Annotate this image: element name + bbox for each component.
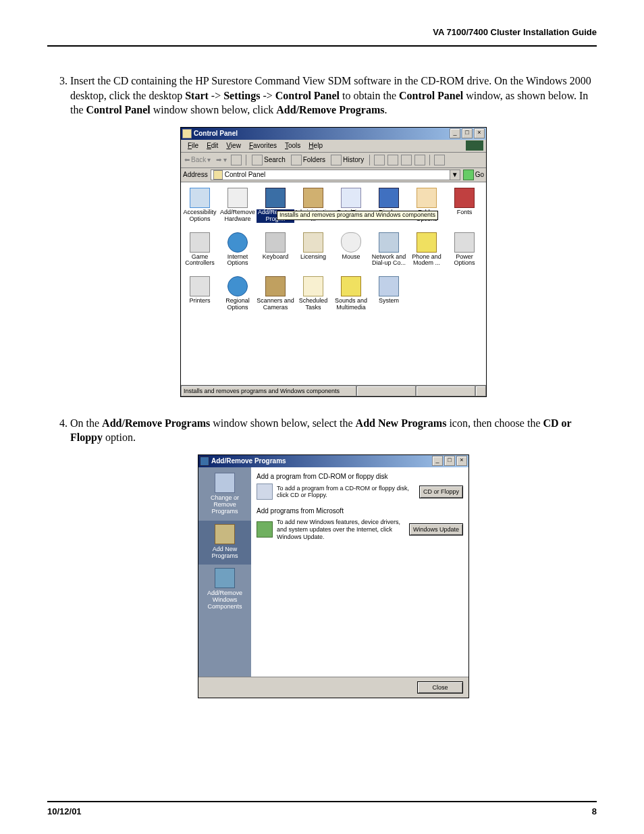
close-button-arp[interactable]: Close bbox=[417, 681, 463, 694]
back-button[interactable]: ⬅ Back ▾ bbox=[183, 155, 212, 165]
cd-floppy-icon bbox=[257, 484, 273, 500]
search-icon bbox=[252, 155, 263, 165]
window-title: Control Panel bbox=[194, 129, 238, 138]
titlebar[interactable]: Control Panel _ □ × bbox=[181, 128, 486, 140]
step-4: On the Add/Remove Programs window shown … bbox=[70, 416, 597, 698]
address-input[interactable]: Control Panel ▼ bbox=[211, 170, 460, 180]
windows-logo-icon bbox=[466, 140, 483, 151]
item-scheduled[interactable]: Scheduled Tasks bbox=[294, 276, 332, 311]
page-footer: 10/12/01 8 bbox=[47, 801, 597, 816]
side-add-new[interactable]: Add New Programs bbox=[198, 521, 251, 565]
maximize-button[interactable]: □ bbox=[462, 128, 473, 138]
menubar-row: File Edit View Favorites Tools Help bbox=[181, 140, 486, 153]
section-cd-text: To add a program from a CD-ROM or floppy… bbox=[277, 485, 415, 500]
item-fonts[interactable]: Fonts bbox=[446, 188, 483, 223]
item-regional[interactable]: Regional Options bbox=[219, 276, 257, 311]
windows-update-button[interactable]: Windows Update bbox=[409, 523, 463, 536]
side-change-remove[interactable]: Change or Remove Programs bbox=[198, 469, 251, 521]
arp-maximize-button[interactable]: □ bbox=[444, 456, 455, 466]
cp-items-area: Accessibility Options Add/Remove Hardwar… bbox=[181, 182, 486, 385]
item-add-remove-hardware[interactable]: Add/Remove Hardware bbox=[219, 188, 257, 223]
folders-button[interactable]: Folders bbox=[290, 155, 327, 165]
doc-header-title: VA 7100/7400 Cluster Installation Guide bbox=[47, 27, 597, 41]
go-button[interactable]: Go bbox=[463, 170, 484, 180]
menu-favorites[interactable]: Favorites bbox=[245, 140, 281, 151]
toolbar: ⬅ Back ▾ ➡ ▾ Search Folders History bbox=[181, 153, 486, 168]
item-add-remove-programs[interactable]: Add/Remove Progr... Installs and removes… bbox=[257, 188, 294, 223]
copyto-icon[interactable] bbox=[387, 155, 398, 165]
section-ms-title: Add programs from Microsoft bbox=[257, 506, 463, 516]
close-button[interactable]: × bbox=[474, 128, 485, 138]
item-keyboard[interactable]: Keyboard bbox=[257, 232, 294, 267]
address-label: Address bbox=[183, 170, 208, 180]
arp-titlebar[interactable]: Add/Remove Programs _ □ × bbox=[198, 455, 468, 467]
address-dropdown-icon[interactable]: ▼ bbox=[450, 170, 460, 180]
arp-title-icon bbox=[200, 457, 209, 466]
tooltip: Installs and removes programs and Window… bbox=[277, 211, 438, 220]
search-button[interactable]: Search bbox=[250, 155, 287, 165]
arp-footer: Close bbox=[198, 677, 468, 698]
item-sounds[interactable]: Sounds and Multimedia bbox=[332, 276, 370, 311]
delete-icon[interactable] bbox=[401, 155, 412, 165]
go-arrow-icon bbox=[463, 170, 474, 180]
item-scanners[interactable]: Scanners and Cameras bbox=[257, 276, 294, 311]
history-button[interactable]: History bbox=[329, 155, 365, 165]
item-mouse[interactable]: Mouse bbox=[332, 232, 370, 267]
item-phone[interactable]: Phone and Modem ... bbox=[408, 232, 446, 267]
arp-main-panel: Add a program from CD-ROM or floppy disk… bbox=[251, 467, 468, 677]
history-icon bbox=[331, 155, 342, 165]
resize-grip-icon[interactable] bbox=[475, 386, 486, 396]
arp-minimize-button[interactable]: _ bbox=[432, 456, 443, 466]
section-ms-text: To add new Windows features, device driv… bbox=[277, 519, 405, 540]
item-printers[interactable]: Printers bbox=[181, 276, 219, 311]
menu-tools[interactable]: Tools bbox=[281, 140, 304, 151]
add-remove-programs-window: Add/Remove Programs _ □ × Change or Remo… bbox=[198, 454, 469, 698]
control-panel-icon bbox=[182, 129, 192, 138]
minimize-button[interactable]: _ bbox=[450, 128, 460, 138]
status-text: Installs and removes programs and Window… bbox=[181, 386, 356, 396]
section-cd-title: Add a program from CD-ROM or floppy disk bbox=[257, 472, 463, 481]
menu-edit[interactable]: Edit bbox=[203, 140, 222, 151]
header-rule bbox=[47, 45, 597, 47]
item-power[interactable]: Power Options bbox=[446, 232, 483, 267]
address-icon bbox=[213, 170, 223, 180]
moveto-icon[interactable] bbox=[374, 155, 385, 165]
item-licensing[interactable]: Licensing bbox=[294, 232, 332, 267]
arp-sidebar: Change or Remove Programs Add New Progra… bbox=[198, 467, 251, 677]
item-network[interactable]: Network and Dial-up Co... bbox=[370, 232, 408, 267]
side-windows-components[interactable]: Add/Remove Windows Components bbox=[198, 565, 251, 616]
footer-page: 8 bbox=[592, 806, 597, 816]
views-icon[interactable] bbox=[434, 155, 445, 165]
item-internet[interactable]: Internet Options bbox=[219, 232, 257, 267]
item-system[interactable]: System bbox=[370, 276, 408, 311]
arp-close-button[interactable]: × bbox=[456, 456, 467, 466]
up-icon[interactable] bbox=[231, 155, 242, 165]
forward-button[interactable]: ➡ ▾ bbox=[215, 155, 228, 165]
control-panel-window: Control Panel _ □ × File Edit View Favor… bbox=[180, 127, 487, 397]
step-3: Insert the CD containing the HP Surestor… bbox=[70, 74, 597, 397]
menu-view[interactable]: View bbox=[222, 140, 245, 151]
item-accessibility[interactable]: Accessibility Options bbox=[181, 188, 219, 223]
address-bar: Address Control Panel ▼ Go bbox=[181, 168, 486, 182]
undo-icon[interactable] bbox=[414, 155, 425, 165]
folders-icon bbox=[291, 155, 302, 165]
footer-date: 10/12/01 bbox=[47, 806, 82, 816]
item-game[interactable]: Game Controllers bbox=[181, 232, 219, 267]
arp-window-title: Add/Remove Programs bbox=[211, 457, 286, 466]
status-bar: Installs and removes programs and Window… bbox=[181, 385, 486, 396]
windows-update-icon bbox=[257, 521, 273, 538]
cd-or-floppy-button[interactable]: CD or Floppy bbox=[419, 486, 463, 498]
menu-help[interactable]: Help bbox=[304, 140, 327, 151]
menu-file[interactable]: File bbox=[184, 140, 203, 151]
